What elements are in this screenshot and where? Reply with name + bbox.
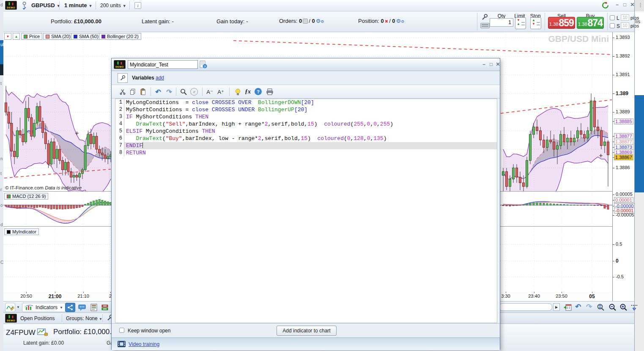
kebab-menu-icon[interactable]: ⋮ bbox=[638, 2, 643, 8]
legend-myindicator[interactable]: MyIndicator bbox=[4, 228, 39, 235]
expand-pane-button[interactable]: ▲ bbox=[13, 33, 20, 40]
undo-icon[interactable]: ↶ bbox=[154, 88, 162, 96]
collapse-pane-button[interactable]: ▼ bbox=[4, 33, 11, 40]
dialog-close-button[interactable]: ✕ bbox=[495, 61, 501, 68]
comments-button[interactable] bbox=[77, 303, 87, 312]
l-pips-input[interactable] bbox=[621, 14, 629, 21]
zoom-out-button[interactable] bbox=[607, 303, 617, 312]
legend-sma20[interactable]: SMA (20) bbox=[43, 33, 73, 40]
candle-icon bbox=[8, 2, 10, 5]
add-indicator-button[interactable]: Add indicator to chart bbox=[277, 326, 337, 336]
help-icon[interactable]: ? bbox=[255, 88, 262, 95]
account-report-icon[interactable] bbox=[37, 329, 48, 336]
wrench-icon[interactable] bbox=[481, 14, 488, 21]
comment-toggle-icon[interactable]: // bbox=[190, 88, 198, 96]
dialog-maximize-button[interactable]: □ bbox=[488, 61, 494, 68]
horizontal-scrollbar[interactable] bbox=[499, 303, 552, 311]
demo-badge: DEMO bbox=[114, 60, 126, 69]
paste-icon[interactable] bbox=[139, 88, 147, 96]
code-editor[interactable]: 1MyLongConditions = close CROSSES OVER B… bbox=[115, 99, 497, 323]
clipped-background-text: d bbox=[0, 222, 3, 227]
price-axis[interactable]: 1.38931.38921.38911.3891.38891.38861.388… bbox=[612, 32, 634, 301]
draw-tool-button[interactable] bbox=[5, 303, 15, 312]
zoom-range-button[interactable] bbox=[595, 303, 606, 312]
legend-macd[interactable]: MACD (12 26 9) bbox=[4, 193, 48, 200]
decrease-font-icon[interactable]: A⁻ bbox=[206, 88, 214, 96]
demo-badge: DEMO bbox=[5, 314, 17, 323]
sell-button[interactable]: 1.38859 bbox=[548, 17, 575, 29]
orders-book-button[interactable] bbox=[100, 303, 110, 312]
variables-wrench-button[interactable] bbox=[118, 73, 128, 83]
stop-close-checkbox[interactable] bbox=[610, 23, 615, 28]
code-line-8[interactable]: 8RETURN bbox=[115, 149, 497, 156]
buy-button[interactable]: 1.38874 bbox=[577, 17, 604, 29]
divider bbox=[176, 88, 176, 96]
refresh-icon[interactable] bbox=[601, 1, 609, 9]
close-position-icon[interactable]: ✖ bbox=[385, 19, 388, 24]
symbol-dropdown[interactable]: GBPUSD▼ bbox=[31, 2, 60, 8]
code-line-7[interactable]: 7ENDIF bbox=[115, 142, 497, 149]
code-line-1[interactable]: 1MyLongConditions = close CROSSES OVER B… bbox=[115, 99, 497, 106]
increase-font-icon[interactable]: A⁺ bbox=[216, 88, 225, 96]
redo-icon[interactable]: ↷ bbox=[586, 302, 592, 311]
zoom-in-button[interactable] bbox=[618, 303, 628, 312]
video-training-link[interactable]: Video training bbox=[129, 341, 159, 347]
units-dropdown[interactable]: 200 units▼ bbox=[100, 3, 126, 8]
help-doc-icon[interactable]: ? bbox=[200, 60, 207, 69]
window-maximize-button[interactable]: □ bbox=[622, 2, 628, 8]
copy-icon[interactable] bbox=[129, 88, 137, 96]
green-up-arrow-icon: ▲ bbox=[517, 22, 520, 26]
limit-close-checkbox[interactable] bbox=[610, 15, 615, 20]
news-button[interactable] bbox=[89, 303, 99, 312]
stop-order-icon[interactable]: ▲ ▼ bbox=[530, 17, 541, 29]
s-pips-input[interactable] bbox=[621, 22, 629, 29]
indicators-button[interactable]: Indicators ▼ bbox=[22, 303, 66, 312]
function-icon[interactable]: ƒx bbox=[244, 88, 252, 96]
limit-order-icon[interactable]: ▼ ▲ bbox=[515, 17, 526, 29]
legend-bollinger[interactable]: Bollinger (20 2) bbox=[99, 33, 141, 40]
chevron-down-icon[interactable]: ▼ bbox=[16, 305, 20, 309]
scroll-right-button[interactable]: ▶ bbox=[553, 303, 560, 311]
print-icon[interactable] bbox=[266, 88, 274, 96]
pin-icon[interactable] bbox=[21, 1, 27, 10]
window-minimize-button[interactable]: – bbox=[614, 2, 620, 8]
calendar-icon bbox=[563, 304, 572, 311]
search-icon[interactable] bbox=[179, 88, 188, 96]
code-line-4[interactable]: 4 DrawText("Sell",barIndex, high + range… bbox=[115, 121, 497, 128]
code-line-3[interactable]: 3IF MyShortConditions THEN bbox=[115, 113, 497, 121]
keep-window-open-checkbox[interactable] bbox=[119, 328, 124, 333]
legend-price[interactable]: Price bbox=[21, 33, 42, 40]
share-button[interactable] bbox=[65, 303, 75, 312]
cut-icon[interactable] bbox=[118, 88, 127, 96]
code-line-5[interactable]: 5ELSIF MyLongConditions THEN bbox=[115, 128, 497, 135]
qty-input[interactable] bbox=[490, 18, 513, 27]
add-variable-link[interactable]: add bbox=[156, 75, 164, 81]
candle-icon bbox=[117, 61, 119, 65]
groups-dropdown[interactable]: Groups: None ▼ bbox=[66, 315, 102, 321]
code-line-6[interactable]: 6 DrawText("Buy",barIndex, low - range*2… bbox=[115, 135, 497, 142]
indicator-name-input[interactable] bbox=[128, 60, 198, 69]
portfolio-info-bar: Portfolio: £10,000.00 Latent gain: - Gai… bbox=[3, 11, 634, 32]
redo-icon[interactable]: ↷ bbox=[165, 88, 173, 96]
editor-toolbar: ↶ ↷ // A⁻ A⁺ ƒx ? bbox=[112, 85, 500, 99]
orders-settings-gear-icon[interactable]: ⚙⚙ bbox=[316, 18, 324, 24]
legend-sma50[interactable]: SMA (50) bbox=[71, 33, 101, 40]
keyboard-icon[interactable] bbox=[480, 23, 490, 28]
clipped-background-text: ul bbox=[0, 42, 3, 47]
timeframe-dropdown[interactable]: 1 minute▼ bbox=[64, 2, 92, 8]
position-settings-gear-icon[interactable]: ⚙⚙ bbox=[396, 18, 405, 24]
divider bbox=[151, 88, 151, 96]
green-up-arrow-icon: ▲ bbox=[15, 35, 18, 38]
dialog-title-bar[interactable]: DEMO ? – □ ✕ bbox=[112, 58, 500, 71]
dialog-minimize-button[interactable]: – bbox=[481, 61, 487, 68]
go-to-date-button[interactable] bbox=[562, 303, 573, 312]
lightbulb-icon[interactable] bbox=[233, 88, 242, 96]
undo-icon[interactable]: ↶ bbox=[575, 302, 581, 311]
orders-icon[interactable] bbox=[303, 19, 308, 24]
info-icon[interactable]: i bbox=[134, 2, 141, 9]
tab-open-positions[interactable]: Open Positions bbox=[20, 315, 55, 321]
indicator-tick: -0.5 bbox=[616, 274, 624, 279]
divider bbox=[62, 314, 62, 322]
clipped-background-text: t bbox=[0, 81, 2, 86]
code-line-2[interactable]: 2MyShortConditions = close CROSSES UNDER… bbox=[115, 106, 497, 113]
